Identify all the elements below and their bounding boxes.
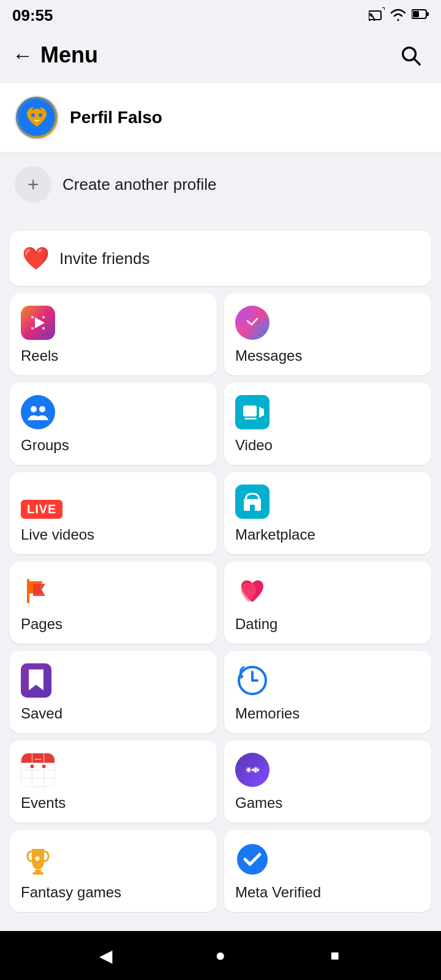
video-label: Video — [235, 437, 273, 454]
saved-icon — [21, 663, 51, 698]
svg-point-9 — [39, 113, 42, 117]
nav-home-icon: ● — [216, 946, 226, 965]
svg-point-15 — [25, 399, 51, 425]
fantasy-icon — [21, 842, 55, 876]
header-left: ← Menu — [12, 42, 98, 68]
events-icon: — — [21, 753, 55, 787]
messages-icon — [235, 306, 270, 340]
grid-item-dating[interactable]: Dating — [224, 562, 431, 644]
pages-icon — [21, 574, 55, 608]
grid-item-events[interactable]: — Events — [10, 741, 217, 823]
memories-icon — [235, 663, 270, 698]
grid-item-meta[interactable]: Meta Verified — [224, 830, 431, 912]
avatar — [15, 96, 59, 140]
profile-section[interactable]: Perfil Falso — [0, 83, 441, 153]
back-button[interactable]: ← — [12, 43, 33, 67]
memories-label: Memories — [235, 705, 300, 722]
nav-recents-button[interactable]: ■ — [320, 940, 350, 971]
live-label: Live videos — [21, 526, 94, 543]
nav-back-icon: ◀ — [99, 946, 113, 966]
svg-point-16 — [31, 406, 37, 412]
svg-rect-3 — [426, 12, 429, 16]
cast-icon — [369, 7, 385, 23]
marketplace-label: Marketplace — [235, 526, 315, 543]
grid-item-saved[interactable]: Saved — [10, 651, 217, 733]
grid-item-groups[interactable]: Groups — [10, 383, 217, 465]
games-label: Games — [235, 794, 282, 812]
meta-label: Meta Verified — [235, 884, 321, 901]
svg-point-42 — [257, 769, 259, 771]
grid-item-fantasy[interactable]: Fantasy games — [10, 830, 217, 912]
wifi-icon — [390, 7, 407, 23]
svg-rect-40 — [248, 768, 249, 772]
grid-item-marketplace[interactable]: Marketplace — [224, 472, 431, 554]
svg-rect-11 — [31, 316, 34, 318]
nav-recents-icon: ■ — [330, 947, 339, 964]
page-title: Menu — [40, 42, 98, 68]
svg-point-33 — [42, 764, 46, 768]
grid-item-messages[interactable]: Messages — [224, 293, 431, 375]
search-button[interactable] — [392, 37, 429, 74]
dating-label: Dating — [235, 616, 277, 633]
menu-grid: Reels Messages — [0, 293, 441, 912]
svg-line-6 — [414, 59, 420, 64]
invite-friends-label: Invite friends — [59, 249, 149, 268]
reels-icon — [21, 306, 55, 340]
grid-item-video[interactable]: Video — [224, 383, 431, 465]
grid-item-games[interactable]: Games — [224, 741, 431, 823]
messages-label: Messages — [235, 347, 302, 364]
svg-point-43 — [254, 770, 257, 772]
dating-icon — [235, 574, 270, 608]
nav-back-button[interactable]: ◀ — [91, 940, 121, 971]
fantasy-label: Fantasy games — [21, 884, 121, 901]
grid-item-live[interactable]: LIVE Live videos — [10, 472, 217, 554]
games-icon — [235, 753, 270, 787]
svg-rect-20 — [244, 418, 257, 420]
plus-icon: + — [15, 166, 51, 203]
svg-point-41 — [254, 767, 257, 770]
status-time: 09:55 — [12, 6, 53, 25]
create-profile-label: Create another profile — [62, 175, 216, 194]
svg-rect-14 — [42, 327, 45, 330]
video-icon — [235, 395, 270, 429]
profile-name: Perfil Falso — [70, 108, 162, 127]
svg-text:—: — — [35, 755, 42, 763]
groups-icon — [21, 395, 55, 429]
battery-icon — [412, 9, 429, 22]
heart-icon: ❤️ — [22, 246, 50, 271]
grid-item-pages[interactable]: Pages — [10, 562, 217, 644]
svg-point-32 — [30, 764, 34, 768]
create-profile-button[interactable]: + Create another profile — [0, 153, 441, 216]
svg-rect-4 — [413, 11, 419, 17]
svg-rect-45 — [35, 870, 41, 872]
saved-label: Saved — [21, 705, 62, 722]
pages-label: Pages — [21, 616, 62, 633]
svg-rect-12 — [42, 316, 45, 318]
groups-label: Groups — [21, 437, 69, 454]
header: ← Menu — [0, 31, 441, 83]
bottom-navigation: ◀ ● ■ — [0, 931, 441, 980]
status-bar: 09:55 — [0, 0, 441, 31]
svg-rect-22 — [250, 505, 255, 511]
status-icons — [369, 7, 429, 23]
invite-friends-button[interactable]: ❤️ Invite friends — [10, 231, 431, 286]
grid-item-reels[interactable]: Reels — [10, 293, 217, 375]
svg-marker-19 — [259, 407, 264, 418]
live-icon: LIVE — [21, 500, 62, 519]
svg-rect-46 — [32, 872, 43, 875]
svg-rect-13 — [31, 327, 34, 330]
svg-rect-18 — [243, 405, 257, 417]
svg-point-8 — [31, 113, 35, 117]
marketplace-icon — [235, 484, 270, 519]
meta-icon — [235, 842, 270, 876]
nav-home-button[interactable]: ● — [205, 940, 236, 971]
svg-marker-10 — [35, 317, 45, 328]
svg-point-44 — [252, 769, 254, 771]
search-icon — [399, 43, 422, 67]
reels-label: Reels — [21, 347, 58, 364]
svg-point-17 — [39, 406, 45, 412]
grid-item-memories[interactable]: Memories — [224, 651, 431, 733]
events-label: Events — [21, 794, 66, 812]
